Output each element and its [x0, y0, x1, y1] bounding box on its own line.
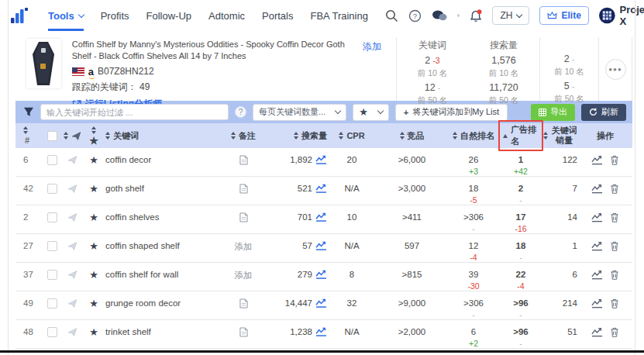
row-checkbox[interactable] [47, 212, 57, 222]
header-organic-rank[interactable]: 自然排名 [449, 130, 498, 142]
volume-history-icon[interactable] [315, 212, 327, 222]
boost-icon[interactable] [62, 177, 82, 205]
header-competitors[interactable]: 竞品 [375, 130, 449, 142]
star-filter-dropdown[interactable]: ★ [353, 104, 389, 121]
delete-icon[interactable] [610, 241, 619, 251]
keyword-sales: 14 [543, 205, 582, 233]
row-checkbox[interactable] [47, 155, 57, 165]
competitors-value: >3,000 [375, 177, 449, 205]
note-icon[interactable] [239, 212, 248, 224]
star-toggle[interactable]: ★ [89, 184, 98, 194]
volume-value: 1,892 [290, 155, 312, 164]
product-asin: B07Z8HN212 [98, 65, 154, 78]
language-selector[interactable]: ZH [492, 6, 529, 25]
delete-icon[interactable] [610, 327, 619, 337]
boost-icon[interactable] [62, 291, 82, 319]
ad-delta: -4 [517, 281, 524, 291]
header-keyword[interactable]: 关键词 [105, 130, 220, 142]
rank-chart-icon[interactable] [591, 184, 603, 194]
export-button[interactable]: 导出 [531, 104, 575, 121]
boost-icon[interactable] [62, 205, 82, 233]
helium10-logo-icon[interactable] [11, 0, 28, 31]
stat-col-volume: 搜索量 1,576 前 10 名 11,720 前 50 名 [468, 37, 539, 101]
header-boost[interactable] [62, 131, 82, 141]
avatar [599, 6, 615, 25]
header-volume[interactable]: 搜索量 [267, 130, 329, 142]
note-icon[interactable] [239, 155, 248, 167]
per-page-select[interactable]: 每页关键词数量... [253, 104, 346, 121]
organic-rank: 12 [469, 241, 479, 251]
delete-icon[interactable] [610, 270, 619, 280]
rank-chart-icon[interactable] [591, 327, 603, 337]
nav-follow-up[interactable]: Follow-Up [146, 0, 192, 31]
delete-icon[interactable] [610, 184, 619, 194]
nav-fba-training[interactable]: FBA Training [311, 0, 368, 31]
account-menu[interactable]: Project X [599, 4, 644, 27]
search-icon[interactable] [385, 9, 398, 22]
grid-icon [539, 109, 546, 116]
note-icon[interactable] [239, 184, 248, 195]
ad-rank: 18 [516, 241, 526, 251]
volume-history-icon[interactable] [315, 184, 327, 193]
row-checkbox[interactable] [47, 327, 57, 337]
note-add-link[interactable]: 添加 [235, 270, 253, 281]
rank-chart-icon[interactable] [591, 212, 603, 222]
keyword-cell: grunge room decor [105, 291, 220, 319]
star-toggle[interactable]: ★ [89, 155, 98, 165]
header-keyword-sales[interactable]: 关键词销量 [543, 126, 582, 146]
row-checkbox[interactable] [47, 298, 57, 308]
row-checkbox[interactable] [47, 241, 57, 251]
help-icon[interactable]: ? [408, 9, 422, 22]
add-to-mylist-button[interactable]: +将关键词添加到My List [395, 104, 508, 121]
rank-chart-icon[interactable] [591, 270, 603, 280]
stat-col-ad-rank: 2- 前 10 名 5- 前 50 名 [539, 37, 598, 101]
volume-history-icon[interactable] [315, 270, 327, 279]
delete-icon[interactable] [610, 298, 619, 308]
add-keyword-link[interactable]: 添加 [348, 37, 396, 101]
chevron-down-icon [335, 108, 341, 114]
row-checkbox[interactable] [47, 270, 57, 280]
select-all-checkbox[interactable] [47, 131, 57, 141]
row-number: 6 [15, 148, 42, 176]
nav-portals[interactable]: Portals [262, 0, 293, 31]
boost-icon[interactable] [62, 234, 82, 262]
filter-help-icon[interactable]: ? [235, 106, 246, 118]
nav-tools[interactable]: Tools [48, 0, 84, 31]
row-number: 37 [15, 263, 42, 291]
star-toggle[interactable]: ★ [89, 241, 98, 251]
table-row: 2 ★ coffin shelves 701 10 >411 >306- 17-… [15, 205, 632, 234]
header-num[interactable]: # [15, 126, 42, 145]
boost-icon[interactable] [62, 263, 82, 291]
star-toggle[interactable]: ★ [89, 270, 98, 280]
star-toggle[interactable]: ★ [89, 298, 98, 308]
chat-icon[interactable] [432, 10, 447, 22]
rank-chart-icon[interactable] [591, 298, 603, 308]
nav-adtomic[interactable]: Adtomic [208, 0, 245, 31]
delete-icon[interactable] [610, 212, 619, 222]
header-cpr[interactable]: CPR [329, 131, 375, 140]
rank-chart-icon[interactable] [591, 155, 603, 165]
rank-chart-icon[interactable] [591, 241, 603, 251]
nav-profits[interactable]: Profits [101, 0, 129, 31]
star-toggle[interactable]: ★ [89, 212, 98, 222]
note-icon[interactable] [239, 327, 248, 339]
boost-icon[interactable] [62, 148, 82, 176]
delete-icon[interactable] [610, 155, 619, 165]
refresh-button[interactable]: 刷新 [581, 104, 626, 121]
boost-icon[interactable] [62, 320, 82, 348]
note-add-link[interactable]: 添加 [235, 241, 253, 253]
keyword-filter-input[interactable] [40, 104, 229, 120]
row-checkbox[interactable] [47, 184, 57, 194]
note-icon[interactable] [239, 298, 248, 310]
header-ad-rank[interactable]: 广告排名 [498, 120, 543, 151]
header-note[interactable]: 备注 [220, 130, 267, 142]
header-star[interactable]: ★ [82, 126, 105, 146]
volume-history-icon[interactable] [315, 327, 327, 336]
volume-history-icon[interactable] [315, 298, 327, 308]
volume-history-icon[interactable] [315, 155, 327, 164]
volume-history-icon[interactable] [315, 241, 327, 250]
star-toggle[interactable]: ★ [89, 327, 98, 337]
notifications-bell-icon[interactable] [470, 9, 482, 22]
plan-badge[interactable]: Elite [539, 6, 588, 25]
more-options-button[interactable]: ●●● [605, 59, 626, 80]
